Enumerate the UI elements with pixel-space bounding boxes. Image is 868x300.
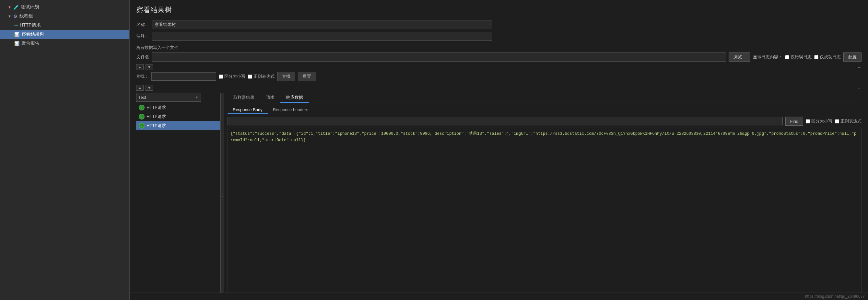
success-icon: ✓ — [139, 114, 145, 120]
comment-input[interactable] — [152, 32, 492, 41]
find-input[interactable] — [151, 72, 216, 81]
case-sensitive-text: 区分大小写 — [224, 73, 245, 79]
sidebar-item-label: 聚合报告 — [21, 40, 39, 46]
response-case-checkbox[interactable] — [806, 119, 810, 124]
dropdown-strip: Text RegExp Tester JSON Path Tester ▼ — [136, 93, 220, 102]
sidebar-item-label: 线程组 — [20, 13, 33, 19]
sidebar: ▼ 🧪 测试计划 ▼ ⚙ 线程组 ✏ HTTP请求 📊 察看结果树 📊 聚合报告 — [0, 0, 130, 300]
request-list: ✓ HTTP请求 ✓ HTTP请求 ✓ HTTP请求 — [136, 103, 220, 297]
display-log-label: 显示日志内容： — [753, 54, 782, 60]
testplan-icon: 🧪 — [13, 4, 19, 10]
filename-input[interactable] — [152, 53, 726, 62]
report-icon: 📊 — [14, 41, 20, 46]
error-log-label: 仅错误日志 — [790, 54, 812, 60]
sub-tab-response-body[interactable]: Response Body — [227, 106, 268, 114]
tab-sampler-result[interactable]: 取样器结果 — [227, 93, 260, 103]
regex-text: 正则表达式 — [253, 73, 275, 79]
response-search-row: Find 区分大小写 正则表达式 — [227, 116, 862, 126]
response-find-button[interactable]: Find — [785, 116, 803, 126]
sub-tabs-row: Response Body Response headers — [227, 106, 862, 114]
search-row: 查找： 区分大小写 正则表达式 查找 重置 — [136, 71, 862, 82]
triangle-down-icon: ▼ — [8, 5, 11, 9]
comment-label: 注释： — [136, 33, 149, 39]
status-link: https://blog.csdn.net/qq_26496077 — [805, 294, 865, 299]
reset-button[interactable]: 重置 — [298, 72, 316, 81]
status-bar: https://blog.csdn.net/qq_26496077 — [130, 293, 868, 300]
list-item-label: HTTP请求 — [147, 114, 166, 120]
response-regex-label[interactable]: 正则表达式 — [835, 118, 862, 124]
type-dropdown[interactable]: Text RegExp Tester JSON Path Tester — [136, 93, 201, 102]
list-item[interactable]: ✓ HTTP请求 — [136, 103, 220, 112]
tabs-row: 取样器结果 请求 响应数据 — [227, 93, 862, 103]
display-log-row: 显示日志内容： 仅错误日志 仅成功日志 配置 — [753, 53, 862, 62]
find-label: 查找： — [136, 73, 149, 79]
tab-response-data[interactable]: 响应数据 — [280, 93, 309, 103]
list-item-label: HTTP请求 — [147, 105, 166, 110]
sidebar-item-aggreport[interactable]: 📊 聚合报告 — [0, 39, 129, 48]
name-input[interactable] — [152, 20, 492, 29]
response-regex-checkbox[interactable] — [835, 119, 839, 124]
sidebar-item-threadgroup[interactable]: ▼ ⚙ 线程组 — [0, 12, 129, 21]
sub-tab-response-headers[interactable]: Response headers — [268, 106, 313, 114]
success-icon: ✓ — [139, 123, 145, 129]
gear-icon: ⚙ — [13, 13, 18, 19]
name-label: 名称： — [136, 22, 149, 28]
section-all-data: 所有数据写入一个文件 — [136, 45, 862, 51]
regex-label[interactable]: 正则表达式 — [248, 73, 275, 79]
split-handle[interactable]: ⋮ — [220, 93, 224, 297]
filename-label: 文件名 — [136, 54, 149, 60]
left-panel: Text RegExp Tester JSON Path Tester ▼ ✓ … — [136, 93, 220, 297]
page-title: 察看结果树 — [136, 5, 862, 15]
response-case-sensitive-label[interactable]: 区分大小写 — [806, 118, 832, 124]
tab-request[interactable]: 请求 — [260, 93, 280, 103]
list-item-label: HTTP请求 — [147, 123, 166, 129]
response-body[interactable]: {"status":"success","data":{"id":1,"titl… — [227, 128, 862, 297]
sidebar-item-label: 察看结果树 — [21, 31, 44, 37]
list-item[interactable]: ✓ HTTP请求 — [136, 112, 220, 121]
success-log-checkbox-label[interactable]: 仅成功日志 — [814, 54, 841, 60]
file-row: 文件名 浏览... 显示日志内容： 仅错误日志 仅成功日志 配置 — [136, 53, 862, 62]
comment-row: 注释： — [136, 32, 862, 41]
list-item-active[interactable]: ✓ HTTP请求 — [136, 121, 220, 130]
find-button[interactable]: 查找 — [277, 72, 295, 81]
main-content: 察看结果树 名称： 注释： 所有数据写入一个文件 文件名 浏览... 显示日志内… — [130, 0, 868, 300]
regex-checkbox[interactable] — [248, 74, 252, 79]
toolbar-row-2: ▲ ▼ ··· — [136, 85, 862, 91]
success-log-checkbox[interactable] — [814, 55, 818, 59]
error-log-checkbox-label[interactable]: 仅错误日志 — [785, 54, 812, 60]
toolbar-row-1: ▲ ▼ ··· — [136, 64, 862, 70]
sidebar-item-testplan[interactable]: ▼ 🧪 测试计划 — [0, 3, 129, 12]
ellipsis-button-2[interactable]: ··· — [858, 85, 862, 90]
error-log-checkbox[interactable] — [785, 55, 789, 59]
triangle-down-icon2: ▼ — [8, 14, 11, 18]
response-search-input[interactable] — [227, 117, 783, 125]
name-row: 名称： — [136, 20, 862, 29]
response-regex-text: 正则表达式 — [840, 118, 862, 124]
ellipsis-button-1[interactable]: ··· — [858, 64, 862, 70]
success-log-label: 仅成功日志 — [820, 54, 841, 60]
up-button-2[interactable]: ▲ — [136, 85, 144, 91]
response-case-text: 区分大小写 — [811, 118, 832, 124]
right-panel: 取样器结果 请求 响应数据 Response Body Response hea… — [224, 93, 862, 297]
success-icon: ✓ — [139, 105, 145, 110]
config-button[interactable]: 配置 — [843, 53, 862, 62]
down-button-2[interactable]: ▼ — [146, 85, 153, 91]
up-button[interactable]: ▲ — [136, 64, 144, 70]
case-sensitive-label[interactable]: 区分大小写 — [219, 73, 245, 79]
sidebar-item-label: 测试计划 — [21, 4, 39, 10]
case-sensitive-checkbox[interactable] — [219, 74, 223, 79]
sidebar-item-label: HTTP请求 — [20, 22, 41, 28]
sidebar-item-viewresult[interactable]: 📊 察看结果树 — [0, 30, 129, 39]
down-button[interactable]: ▼ — [146, 64, 153, 70]
browse-button[interactable]: 浏览... — [728, 53, 750, 62]
view-icon: 📊 — [14, 32, 20, 37]
split-area: Text RegExp Tester JSON Path Tester ▼ ✓ … — [136, 93, 862, 297]
http-icon: ✏ — [14, 23, 18, 28]
dropdown-wrapper: Text RegExp Tester JSON Path Tester ▼ — [136, 93, 201, 102]
sidebar-item-httprequest[interactable]: ✏ HTTP请求 — [0, 21, 129, 30]
